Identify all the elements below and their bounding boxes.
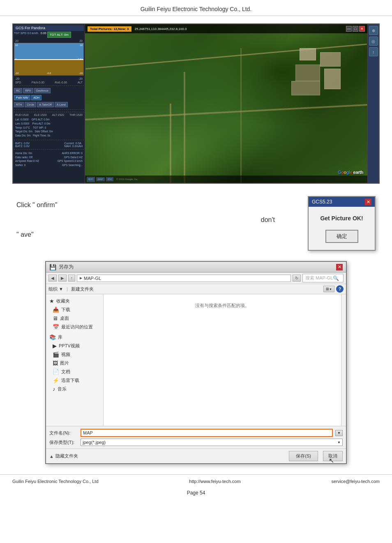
building-1 bbox=[300, 48, 316, 60]
geofence-btn[interactable]: Geofence bbox=[34, 88, 51, 93]
gcs-divider-4 bbox=[14, 140, 84, 140]
road-3 bbox=[240, 48, 242, 183]
pptv-icon: ▶ bbox=[53, 343, 57, 349]
rpv-btn[interactable]: RPV bbox=[23, 88, 33, 93]
gcs-tgt-alt-btn[interactable]: TGT ALT: 0m bbox=[47, 32, 71, 38]
nav-up-btn[interactable]: ↑ bbox=[68, 275, 75, 282]
pictures-icon: 🖼 bbox=[53, 360, 58, 366]
docs-label: 文档 bbox=[61, 369, 70, 375]
buildings-area bbox=[291, 48, 345, 97]
sidebar-item-thunder[interactable]: ⚡ 迅雷下载 bbox=[48, 376, 101, 385]
sidebar-item-downloads[interactable]: 📥 下载 bbox=[48, 305, 101, 314]
takeoff-btn[interactable]: A.TakeOff bbox=[37, 102, 54, 107]
page-footer: Guilin Feiyu Electronic Technology Co., … bbox=[0, 474, 392, 488]
strip-btn-1[interactable]: ⊕ bbox=[369, 26, 378, 35]
thunder-icon: ⚡ bbox=[53, 377, 59, 384]
footer-website: http://www.feiyu-tech.com bbox=[189, 479, 240, 484]
sidebar-item-recent[interactable]: 📅 最近访问的位置 bbox=[48, 323, 101, 331]
music-icon: ♪ bbox=[53, 386, 55, 392]
filename-input-highlight[interactable]: MAP bbox=[81, 429, 333, 437]
filename-dropdown-btn[interactable]: ▼ bbox=[335, 430, 343, 436]
sidebar-item-pictures[interactable]: 🖼 图片 bbox=[48, 359, 101, 367]
sidebar-item-music[interactable]: ♪ 音乐 bbox=[48, 385, 101, 393]
nav-refresh-btn[interactable]: ↻ bbox=[293, 275, 301, 282]
gcs-info-row: SPD Pitch:0.00 Roll:-0.00 ALT bbox=[14, 81, 84, 84]
nav-back-btn[interactable]: ◀ bbox=[48, 275, 57, 282]
saveas-footer: 文件名(N): MAP ▼ 保存类型(T): jpeg(*.jpeg) ▼ bbox=[46, 426, 346, 448]
status-row1: Home Dis: 0m AHRS ERROR: 0 bbox=[15, 151, 83, 155]
gcs-divider-5 bbox=[14, 149, 84, 150]
favorites-label: 收藏夹 bbox=[56, 298, 70, 304]
status-row3: AirSpeed Rate:0 HZ GPS Speed:0.0 km/h bbox=[15, 159, 83, 163]
land-btn[interactable]: A.Land bbox=[55, 102, 68, 107]
gcs-top-buttons: TGT SPD 0.0 km/h 0.00 TGT ALT: 0m bbox=[14, 32, 84, 38]
alt-label: ALT bbox=[78, 81, 83, 84]
dialog-body: Get Picture OK! 确定 bbox=[309, 207, 375, 249]
maximize-btn[interactable]: □ bbox=[353, 26, 358, 32]
downloads-icon: 📥 bbox=[53, 307, 59, 313]
battery-left: BAT1: 0.0V BAT2: 0.0V bbox=[15, 142, 30, 148]
rc-btn[interactable]: RC bbox=[14, 88, 22, 93]
strip-btn-2[interactable]: ◎ bbox=[369, 37, 378, 46]
sidebar-item-videos[interactable]: 🎬 视频 bbox=[48, 350, 101, 359]
toolbar-new-folder[interactable]: 新建文件夹 bbox=[71, 286, 94, 292]
bottom-item-2[interactable]: MAP bbox=[96, 177, 105, 181]
status-row2: Data radio: Off GPS Data:0 HZ bbox=[15, 155, 83, 159]
path-nav-btn[interactable]: Path NAV bbox=[14, 95, 30, 100]
map-coords: 25.246751,110.384445,232.8,100.0 bbox=[135, 27, 187, 31]
gcs-divider-2 bbox=[14, 109, 84, 110]
saveas-filetype-row: 保存类型(T): jpeg(*.jpeg) ▼ bbox=[49, 439, 343, 446]
library-label: 库 bbox=[58, 334, 62, 340]
cancel-button[interactable]: 取消 bbox=[323, 451, 343, 461]
close-btn[interactable]: ✕ bbox=[359, 26, 365, 32]
gcs-scale-bottom: -20 -20 bbox=[14, 77, 84, 81]
telemetry-target: Target Dis: 0m Side Offset: 0m bbox=[15, 129, 83, 134]
saveas-sidebar: ★ 收藏夹 📥 下载 🖥 桌面 📅 最近访问的位置 bbox=[46, 294, 104, 426]
bottom-item-1[interactable]: 组织 bbox=[87, 177, 95, 182]
dialog-title-text: GCS5.23 bbox=[312, 199, 332, 205]
minimize-btn[interactable]: — bbox=[346, 26, 352, 32]
nav-forward-btn[interactable]: ▶ bbox=[58, 275, 67, 282]
building-4 bbox=[324, 69, 341, 89]
toolbar-organize[interactable]: 组织 ▼ bbox=[48, 286, 63, 292]
saveas-main-area: ★ 收藏夹 📥 下载 🖥 桌面 📅 最近访问的位置 bbox=[46, 294, 346, 426]
scale-10-right: 10 bbox=[80, 44, 83, 46]
scale-neg10-right: -10 bbox=[79, 72, 83, 74]
gcs-right-strip: ⊕ ◎ ↕ bbox=[367, 24, 379, 183]
save-button[interactable]: 保存(S) bbox=[289, 451, 318, 461]
saveas-close-btn[interactable]: ✕ bbox=[336, 264, 343, 270]
circle-btn[interactable]: Circle bbox=[25, 102, 36, 107]
nav-search-box[interactable]: 搜索 MAP-GL 🔍 bbox=[302, 274, 344, 282]
battery-right: Current: 0.0A MAH: 0.0mAH bbox=[64, 142, 83, 148]
header-title: Guilin Feiyu Electronic Technology Co., … bbox=[141, 6, 252, 12]
saveas-scrollbar[interactable] bbox=[341, 294, 346, 426]
desktop-label: 桌面 bbox=[60, 315, 69, 321]
nav-path-box: ▶ MAP-GL bbox=[77, 275, 291, 282]
sidebar-item-docs[interactable]: 📄 文档 bbox=[48, 367, 101, 376]
gcs-spd-label: TGT SPD 0.0 km/h bbox=[14, 32, 38, 38]
horizon-line bbox=[14, 59, 83, 60]
center-left-val: -0.0 bbox=[47, 72, 51, 74]
toolbar-view-btn[interactable]: ⊞ ▼ bbox=[323, 286, 334, 292]
filetype-dropdown-arrow: ▼ bbox=[337, 441, 341, 444]
sidebar-item-pptv[interactable]: ▶ PPTV视频 bbox=[48, 342, 101, 350]
dialog-close-btn[interactable]: ✕ bbox=[365, 199, 371, 205]
strip-btn-3[interactable]: ↕ bbox=[369, 47, 378, 56]
center-right-val: 0.84 bbox=[78, 58, 83, 60]
bottom-item-3[interactable]: 200 bbox=[106, 177, 113, 181]
gcs-screenshot: GCS For Pandora TGT SPD 0.0 km/h 0.00 TG… bbox=[12, 23, 380, 184]
sidebar-item-desktop[interactable]: 🖥 桌面 bbox=[48, 314, 101, 323]
filetype-input[interactable]: jpeg(*.jpeg) ▼ bbox=[81, 439, 343, 446]
adh-btn[interactable]: ADH bbox=[31, 95, 42, 100]
footer-email: service@feiyu-tech.com bbox=[331, 479, 380, 484]
map-counter: Total Pictures: 12,Now: 3 bbox=[88, 26, 131, 32]
favorites-icon: ★ bbox=[49, 298, 54, 304]
toolbar-separator: | bbox=[65, 287, 69, 291]
dialog-ok-button[interactable]: 确定 bbox=[325, 230, 358, 243]
toolbar-help-btn[interactable]: ? bbox=[336, 285, 344, 293]
saveas-dialog: 💾 另存为 ✕ ◀ ▶ ↑ ▶ MAP-GL ↻ 搜索 MAP-GL 🔍 bbox=[45, 261, 347, 464]
rth-btn[interactable]: RTH bbox=[14, 102, 24, 107]
scale-10-left: 10 bbox=[15, 44, 18, 46]
search-icon: 🔍 bbox=[333, 275, 339, 281]
hide-folders-toggle[interactable]: ▲ 隐藏文件夹 bbox=[49, 453, 78, 459]
